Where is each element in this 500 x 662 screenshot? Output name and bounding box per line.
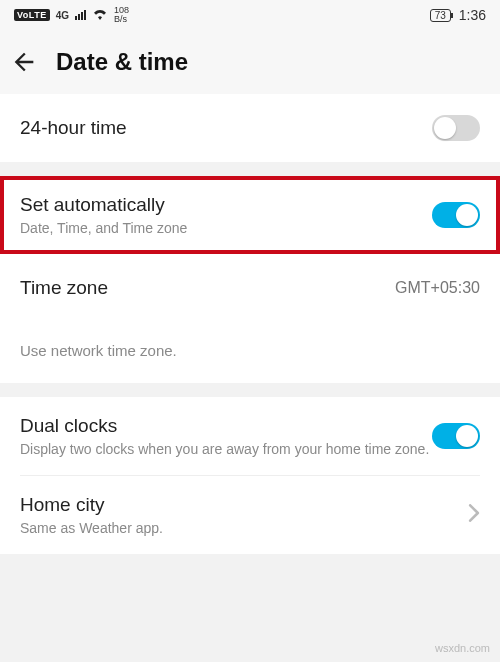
timezone-value: GMT+05:30 [395, 279, 480, 297]
status-bar: VoLTE 4G 108 B/s 73 1:36 [0, 0, 500, 30]
back-arrow-icon[interactable] [10, 48, 38, 76]
row-dual-clocks[interactable]: Dual clocks Display two clocks when you … [0, 397, 500, 475]
signal-bars-icon [75, 10, 86, 20]
watermark: wsxdn.com [435, 642, 490, 654]
row-set-automatically[interactable]: Set automatically Date, Time, and Time z… [0, 176, 500, 254]
row-subtitle: Same as Weather app. [20, 520, 456, 536]
row-24-hour-time[interactable]: 24-hour time [0, 94, 500, 162]
page-header: Date & time [0, 30, 500, 94]
row-home-city[interactable]: Home city Same as Weather app. [0, 476, 500, 554]
battery-indicator: 73 [430, 9, 451, 22]
toggle-24-hour[interactable] [432, 115, 480, 141]
wifi-icon [92, 8, 108, 23]
toggle-dual-clocks[interactable] [432, 423, 480, 449]
volte-badge: VoLTE [14, 9, 50, 21]
row-time-zone[interactable]: Time zone GMT+05:30 [0, 254, 500, 322]
network-speed: 108 B/s [114, 6, 129, 24]
row-title: Home city [20, 494, 456, 516]
row-title: Time zone [20, 277, 383, 299]
row-title: Set automatically [20, 194, 432, 216]
page-title: Date & time [56, 48, 188, 76]
row-subtitle: Date, Time, and Time zone [20, 220, 432, 236]
chevron-right-icon [468, 504, 480, 526]
toggle-set-automatically[interactable] [432, 202, 480, 228]
row-title: 24-hour time [20, 117, 432, 139]
row-subtitle: Display two clocks when you are away fro… [20, 441, 432, 457]
status-clock: 1:36 [459, 7, 486, 23]
network-type: 4G [56, 10, 69, 21]
row-title: Dual clocks [20, 415, 432, 437]
timezone-hint: Use network time zone. [0, 322, 500, 383]
